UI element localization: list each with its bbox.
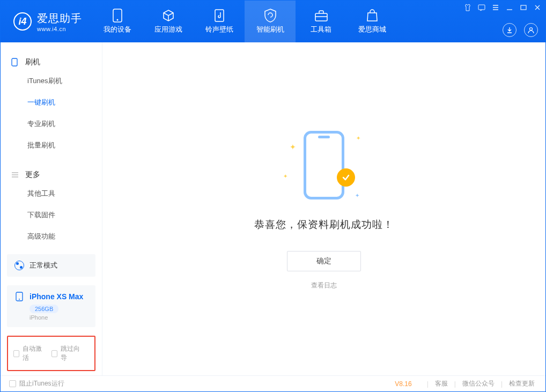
checkbox-skip-guide[interactable]: 跳过向导: [51, 344, 82, 363]
checkbox-block-itunes[interactable]: 阻止iTunes运行: [9, 379, 64, 388]
tab-ringtones-wallpapers[interactable]: 铃声壁纸: [194, 1, 245, 42]
sidebar-item-pro-flash[interactable]: 专业刷机: [1, 113, 102, 135]
footer-link-update[interactable]: 检查更新: [509, 379, 535, 388]
header-right-controls: [503, 23, 538, 37]
footer-link-wechat[interactable]: 微信公众号: [462, 379, 495, 388]
main-tabs: 我的设备 应用游戏 铃声壁纸 智能刷机 工具箱 爱思商城: [92, 1, 397, 42]
toolbox-icon: [314, 9, 328, 23]
tab-my-device[interactable]: 我的设备: [92, 1, 143, 42]
menu-icon[interactable]: [492, 4, 499, 11]
skin-icon[interactable]: [464, 4, 471, 11]
device-icon: [113, 9, 122, 23]
sparkle-icon: ✦: [283, 173, 287, 179]
user-icon[interactable]: [524, 23, 538, 37]
phone-illustration-icon: [304, 131, 344, 199]
mode-label: 正常模式: [29, 261, 57, 270]
music-note-icon: [213, 9, 225, 23]
sidebar: 刷机 iTunes刷机 一键刷机 专业刷机 批量刷机 更多 其他工具 下载固件 …: [1, 42, 102, 375]
svg-rect-4: [478, 5, 485, 10]
checkbox-icon: [51, 350, 57, 357]
mode-icon: [14, 261, 24, 270]
device-storage-badge: 256GB: [29, 305, 58, 313]
cube-icon: [162, 9, 175, 23]
download-icon[interactable]: [503, 23, 517, 37]
flash-options-box: 自动激活 跳过向导: [7, 336, 95, 371]
sidebar-group-flash: 刷机: [1, 53, 102, 70]
list-icon: [11, 172, 20, 178]
view-log-link[interactable]: 查看日志: [311, 281, 337, 290]
tab-smart-flash[interactable]: 智能刷机: [245, 1, 296, 42]
status-bar: 阻止iTunes运行 V8.16 | 客服 | 微信公众号 | 检查更新: [1, 375, 545, 391]
shield-refresh-icon: [264, 9, 277, 23]
sidebar-item-batch-flash[interactable]: 批量刷机: [1, 135, 102, 156]
tab-label: 爱思商城: [358, 25, 386, 34]
checkbox-icon: [9, 380, 16, 387]
feedback-icon[interactable]: [478, 4, 485, 11]
success-title: 恭喜您，保资料刷机成功啦！: [254, 218, 394, 232]
main-content: ✦ ✦ ✦ ✦ 恭喜您，保资料刷机成功啦！ 确定 查看日志: [102, 42, 545, 375]
close-icon[interactable]: [534, 4, 541, 11]
app-name: 爱思助手: [37, 11, 82, 26]
sidebar-group-more: 更多: [1, 166, 102, 183]
ok-button[interactable]: 确定: [287, 251, 361, 271]
sidebar-item-itunes-flash[interactable]: iTunes刷机: [1, 70, 102, 92]
device-type: iPhone: [29, 314, 48, 321]
tab-label: 我的设备: [104, 25, 131, 34]
svg-point-6: [530, 28, 533, 31]
checkbox-auto-activate[interactable]: 自动激活: [13, 344, 44, 363]
logo: i4 爱思助手 www.i4.cn: [1, 11, 92, 32]
sidebar-item-download-firmware[interactable]: 下载固件: [1, 204, 102, 226]
footer-link-support[interactable]: 客服: [435, 379, 448, 388]
sidebar-item-oneclick-flash[interactable]: 一键刷机: [1, 92, 102, 113]
check-badge-icon: [337, 168, 355, 187]
logo-icon: i4: [13, 12, 32, 31]
checkbox-icon: [13, 350, 19, 357]
tab-toolbox[interactable]: 工具箱: [296, 1, 346, 42]
maximize-icon[interactable]: [520, 4, 527, 11]
shopping-bag-icon: [366, 9, 378, 23]
sparkle-icon: ✦: [290, 143, 296, 151]
tab-label: 工具箱: [311, 25, 331, 34]
minimize-icon[interactable]: [506, 4, 513, 11]
sidebar-item-other-tools[interactable]: 其他工具: [1, 183, 102, 204]
device-phone-icon: [14, 292, 24, 301]
app-header: i4 爱思助手 www.i4.cn 我的设备 应用游戏 铃声壁纸 智能刷机 工具…: [1, 1, 545, 42]
mode-indicator[interactable]: 正常模式: [7, 254, 95, 277]
sidebar-item-advanced[interactable]: 高级功能: [1, 226, 102, 247]
svg-rect-3: [315, 13, 327, 21]
tab-label: 铃声壁纸: [205, 25, 233, 34]
device-name: iPhone XS Max: [29, 292, 83, 301]
app-url: www.i4.cn: [37, 26, 82, 32]
version-label: V8.16: [395, 380, 411, 388]
device-card[interactable]: iPhone XS Max 256GB iPhone: [7, 285, 95, 327]
tab-apps-games[interactable]: 应用游戏: [143, 1, 194, 42]
svg-rect-7: [12, 58, 17, 66]
window-controls: [464, 4, 541, 11]
sparkle-icon: ✦: [355, 193, 359, 198]
tab-label: 应用游戏: [154, 25, 182, 34]
phone-icon: [11, 58, 20, 66]
tab-store[interactable]: 爱思商城: [346, 1, 397, 42]
sparkle-icon: ✦: [356, 135, 360, 141]
svg-point-9: [19, 299, 20, 300]
tab-label: 智能刷机: [256, 25, 284, 34]
svg-point-1: [116, 19, 118, 21]
svg-rect-5: [521, 5, 526, 10]
success-illustration: ✦ ✦ ✦ ✦: [286, 128, 361, 203]
